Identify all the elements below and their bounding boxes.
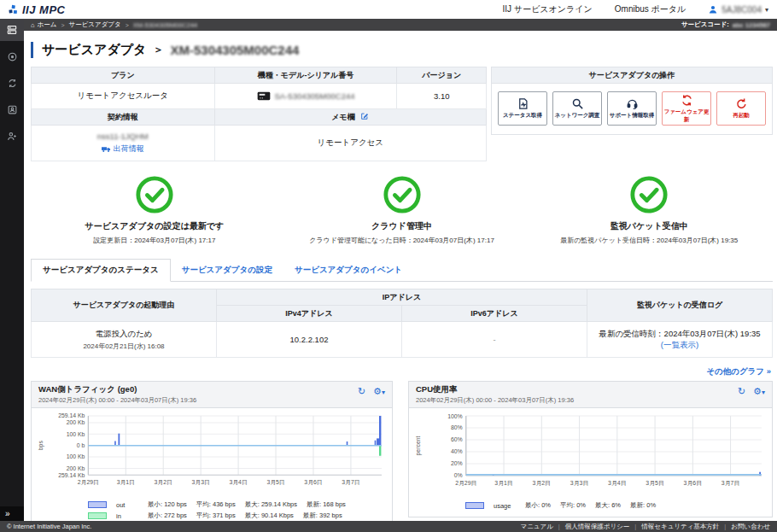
get-status-button[interactable]: ステータス取得 (498, 91, 547, 126)
iij-mpc-logo[interactable]: IIJ MPC (8, 3, 65, 16)
user-icon (708, 4, 718, 15)
legend-stat: 最小: 0% (525, 501, 551, 510)
top-nav: IIJ サービスオンライン Omnibus ポータル 5AJ8C004 ▾ (503, 3, 768, 15)
svg-text:200 Kb: 200 Kb (67, 419, 85, 425)
user-menu[interactable]: 5AJ8C004 ▾ (708, 4, 768, 15)
svg-text:3月4日: 3月4日 (229, 479, 247, 486)
wan-traffic-chart-panel: WAN側トラフィック (ge0) 2024年02月29日(木) 00:00 - … (31, 381, 393, 521)
page-root: IIJ MPC IIJ サービスオンライン Omnibus ポータル 5AJ8C… (0, 0, 777, 532)
sidebar-item-contacts[interactable] (0, 98, 24, 120)
truck-icon (102, 146, 111, 153)
chart-settings-button[interactable]: ⚙▾ (753, 386, 765, 397)
status-detail: 設定更新日：2024年03月07日(木) 17:17 (93, 236, 215, 245)
serial-number: SA-5304305M00C244 (275, 91, 355, 101)
legend-stat: 平均: 0% (560, 501, 586, 510)
sidebar-expand-button[interactable]: » (0, 506, 24, 521)
svg-text:100 Kb: 100 Kb (67, 431, 85, 437)
breadcrumb-separator: > (126, 22, 129, 28)
packet-log-list-link[interactable]: (一覧表示) (591, 340, 768, 351)
packet-log-header: 監視パケットの受信ログ (587, 289, 773, 322)
sidebar-item-monitoring[interactable] (0, 45, 24, 67)
svg-text:80%: 80% (451, 424, 463, 430)
legend-swatch (88, 501, 107, 508)
svg-text:0 b: 0 b (77, 442, 85, 448)
refresh-icon[interactable]: ↻ (358, 386, 365, 397)
top-header: IIJ MPC IIJ サービスオンライン Omnibus ポータル 5AJ8C… (0, 0, 777, 19)
svg-text:100 Kb: 100 Kb (67, 453, 85, 459)
network-check-button[interactable]: ネットワーク調査 (552, 91, 602, 126)
tab-adapter-settings[interactable]: サービスアダプタの設定 (171, 260, 283, 281)
breadcrumb-separator: > (61, 22, 64, 28)
breadcrumb-service-adapter[interactable]: サービスアダプタ (68, 20, 120, 29)
footer-link-security[interactable]: 情報セキュリティ基本方針 (641, 523, 719, 531)
logo-text: IIJ MPC (22, 3, 65, 16)
footer: © Internet Initiative Japan Inc. マニュアル| … (0, 521, 777, 532)
refresh-icon[interactable]: ↻ (738, 386, 745, 397)
adapter-status-table: サービスアダプタの起動理由 IPアドレス 監視パケットの受信ログ IPv4アドレ… (31, 289, 773, 358)
legend-series-name: usage (494, 502, 516, 510)
chart-date-range: 2024年02月29日(木) 00:00 - 2024年03月07日(木) 19… (38, 396, 196, 405)
svg-text:3月6日: 3月6日 (684, 480, 702, 487)
legend-row: in最小: 272 bps平均: 371 bps最大: 90.14 Kbps最新… (88, 512, 388, 520)
breadcrumb-home[interactable]: ⌂ ホーム (31, 20, 56, 29)
get-support-info-button[interactable]: サポート情報取得 (607, 91, 657, 126)
svg-text:100%: 100% (447, 413, 463, 419)
breadcrumb-section-label: サービスアダプタ (68, 20, 120, 29)
edit-memo-icon[interactable] (360, 112, 369, 122)
packet-status-card: 監視パケット受信中 最新の監視パケット受信日時：2024年03月07日(木) 1… (525, 175, 773, 245)
chart-legend: usage最小: 0%平均: 0%最大: 6%最新: 0% (411, 498, 768, 515)
ip-header: IPアドレス (217, 289, 587, 306)
svg-text:259.14 Kb: 259.14 Kb (58, 412, 85, 418)
breadcrumb-current-label: XM-5304305M00C244 (133, 21, 197, 29)
footer-link-contact[interactable]: お問い合わせ (731, 523, 770, 531)
footer-links: マニュアル| 個人情報保護ポリシー| 情報セキュリティ基本方針| お問い合わせ (520, 523, 770, 531)
footer-link-privacy[interactable]: 個人情報保護ポリシー (565, 523, 630, 531)
legend-row: out最小: 120 bps平均: 436 bps最大: 259.14 Kbps… (88, 500, 388, 509)
status-detail: クラウド管理可能になった日時：2024年03月07日(木) 17:17 (309, 236, 494, 245)
model-value: SA-5304305M00C244 (214, 84, 397, 109)
memo-header: メモ欄 (214, 109, 486, 126)
reboot-button[interactable]: 再起動 (716, 91, 766, 126)
service-code-label: サービスコード: (681, 20, 729, 29)
svg-text:3月7日: 3月7日 (342, 479, 359, 486)
check-circle-icon (629, 175, 669, 214)
tab-adapter-events[interactable]: サービスアダプタのイベント (283, 260, 413, 281)
sidebar-item-users[interactable] (0, 125, 24, 147)
page-title: サービスアダプタ ＞ XM-5304305M00C244 (31, 42, 773, 58)
contract-header: 契約情報 (32, 109, 215, 126)
svg-text:0%: 0% (454, 472, 463, 478)
wan-traffic-plot: 259.14 Kb200 Kb100 Kb0 b100 Kb200 Kb259.… (33, 410, 388, 497)
legend-stat: 平均: 371 bps (196, 512, 236, 520)
svg-text:3月2日: 3月2日 (155, 479, 172, 486)
tab-adapter-status[interactable]: サービスアダプタのステータス (31, 259, 171, 282)
nav-iij-service-online[interactable]: IIJ サービスオンライン (503, 3, 593, 15)
svg-text:60%: 60% (451, 436, 463, 442)
legend-series-name: in (116, 512, 138, 520)
sidebar-item-sync[interactable] (0, 72, 24, 94)
footer-link-manual[interactable]: マニュアル (520, 523, 552, 531)
legend-stat: 最新: 0% (630, 501, 656, 510)
svg-text:40%: 40% (451, 448, 463, 454)
packet-log-cell: 最新の受信時刻：2024年03月07日(木) 19:35 (一覧表示) (587, 322, 773, 358)
router-device-icon (257, 91, 271, 101)
chart-header: WAN側トラフィック (ge0) 2024年02月29日(木) 00:00 - … (32, 382, 392, 408)
service-code: サービスコード: abc 1234567 (681, 20, 770, 29)
status-report-icon (517, 97, 529, 110)
sync-icon (7, 78, 18, 89)
ipv4-header: IPv4アドレス (217, 306, 402, 322)
sidebar-item-service-adapters[interactable] (0, 19, 24, 41)
disc-icon (7, 51, 18, 62)
svg-text:2月29日: 2月29日 (78, 479, 99, 486)
shipping-info-link[interactable]: 出荷情報 (102, 143, 144, 155)
legend-stat: 最大: 6% (595, 501, 621, 510)
support-headset-icon (626, 97, 639, 110)
chart-body: 259.14 Kb200 Kb100 Kb0 b100 Kb200 Kb259.… (32, 408, 392, 521)
operations-panel: サービスアダプタの操作 ステータス取得 (491, 67, 773, 135)
firmware-update-button[interactable]: ファームウェア更新 (662, 91, 711, 126)
nav-omnibus-portal[interactable]: Omnibus ポータル (615, 3, 686, 15)
gear-icon: ⚙ (753, 386, 762, 396)
other-graphs-link[interactable]: その他のグラフ » (31, 366, 771, 377)
legend-stat: 最大: 259.14 Kbps (245, 500, 297, 509)
server-icon (6, 24, 18, 36)
chart-settings-button[interactable]: ⚙▾ (373, 386, 385, 397)
